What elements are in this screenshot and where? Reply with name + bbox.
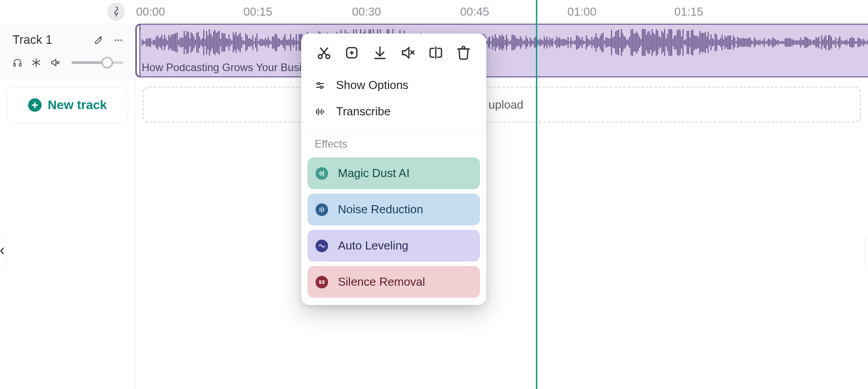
waveform	[142, 28, 868, 57]
svg-rect-382	[662, 31, 662, 54]
svg-rect-383	[663, 33, 664, 52]
svg-rect-123	[299, 34, 299, 51]
clip-title: How Podcasting Grows Your Business	[142, 61, 324, 74]
cleanup-icon[interactable]	[94, 35, 104, 45]
svg-rect-511	[842, 41, 843, 43]
svg-rect-379	[657, 30, 658, 54]
svg-rect-107	[276, 34, 277, 51]
rename-icon[interactable]	[428, 45, 443, 60]
svg-rect-327	[585, 41, 586, 44]
playhead[interactable]	[536, 0, 537, 389]
svg-rect-98	[264, 40, 265, 45]
svg-rect-86	[247, 35, 248, 50]
svg-rect-403	[691, 30, 692, 55]
svg-rect-336	[597, 37, 598, 48]
svg-rect-450	[757, 41, 758, 44]
audio-clip[interactable]: ↓ How Podcasting Grows Your Business •••	[135, 24, 868, 77]
svg-rect-347	[612, 37, 613, 47]
tick-45: 00:45	[460, 5, 489, 19]
effect-magic-dust[interactable]: Magic Dust AI	[308, 157, 480, 189]
svg-point-546	[320, 86, 322, 88]
svg-rect-64	[216, 33, 217, 52]
svg-rect-469	[784, 41, 784, 44]
svg-rect-361	[632, 29, 633, 56]
svg-rect-417	[711, 34, 712, 51]
svg-rect-452	[759, 39, 760, 46]
headphones-icon[interactable]	[13, 58, 22, 68]
add-icon[interactable]	[344, 45, 359, 60]
svg-rect-108	[278, 38, 278, 47]
svg-rect-419	[713, 39, 714, 46]
menu-show-options[interactable]: Show Options	[301, 72, 486, 98]
more-icon[interactable]	[114, 35, 123, 45]
svg-rect-392	[675, 36, 676, 49]
svg-rect-360	[631, 30, 632, 55]
svg-rect-81	[240, 33, 240, 52]
svg-rect-32	[171, 34, 172, 50]
effect-auto-leveling[interactable]: Auto Leveling	[308, 230, 480, 262]
svg-rect-339	[601, 34, 602, 51]
svg-rect-485	[806, 37, 807, 48]
svg-rect-260	[491, 41, 492, 44]
svg-rect-496	[821, 35, 822, 49]
menu-transcribe[interactable]: Transcribe	[301, 98, 486, 125]
svg-rect-33	[173, 34, 173, 51]
svg-rect-426	[723, 39, 724, 46]
svg-rect-478	[796, 40, 797, 45]
svg-rect-524	[860, 39, 861, 46]
svg-rect-427	[725, 36, 725, 49]
svg-rect-47	[192, 34, 193, 51]
svg-rect-70	[224, 34, 225, 51]
svg-rect-302	[549, 38, 550, 48]
svg-rect-494	[818, 37, 819, 48]
svg-rect-400	[687, 31, 687, 54]
volume-slider[interactable]	[72, 61, 123, 64]
clip-left-handle[interactable]	[136, 24, 140, 77]
svg-rect-356	[625, 37, 626, 48]
svg-line-534	[320, 48, 327, 55]
delete-icon[interactable]	[456, 45, 471, 60]
svg-rect-27	[164, 35, 165, 51]
svg-rect-442	[746, 38, 746, 46]
effect-silence-removal[interactable]: Silence Removal	[308, 266, 480, 298]
svg-rect-45	[190, 38, 190, 47]
svg-rect-401	[688, 31, 689, 54]
svg-rect-348	[614, 37, 615, 49]
svg-rect-312	[564, 39, 565, 47]
svg-rect-491	[814, 40, 815, 45]
svg-rect-487	[809, 39, 809, 46]
volume-thumb[interactable]	[101, 57, 113, 68]
mute-clip-icon[interactable]	[400, 45, 415, 60]
svg-rect-355	[624, 36, 624, 49]
svg-rect-61	[212, 37, 213, 49]
timeline-area[interactable]: ↓ How Podcasting Grows Your Business •••…	[135, 23, 868, 389]
svg-rect-346	[611, 30, 612, 55]
svg-rect-447	[753, 41, 754, 44]
new-track-button[interactable]: New track	[7, 87, 128, 123]
svg-rect-508	[838, 38, 839, 47]
svg-rect-372	[648, 31, 649, 53]
svg-rect-118	[291, 40, 292, 45]
svg-rect-39	[181, 38, 182, 48]
svg-rect-410	[701, 34, 702, 52]
svg-rect-12	[143, 41, 144, 45]
svg-rect-310	[560, 39, 561, 46]
svg-rect-420	[715, 33, 716, 51]
download-icon[interactable]	[372, 45, 388, 60]
svg-rect-24	[160, 38, 161, 48]
collapse-left-handle[interactable]	[0, 237, 6, 265]
svg-rect-352	[619, 37, 620, 48]
svg-rect-102	[269, 40, 270, 45]
snap-toggle[interactable]	[107, 3, 125, 21]
effect-noise-reduction[interactable]: Noise Reduction	[308, 194, 480, 225]
track-name[interactable]: Track 1	[13, 33, 52, 47]
freeze-icon[interactable]	[31, 58, 41, 68]
cut-icon[interactable]	[316, 45, 332, 60]
svg-rect-457	[767, 41, 767, 44]
ruler-ticks[interactable]: 00:00 00:15 00:30 00:45 01:00 01:15	[135, 0, 868, 23]
svg-rect-11	[142, 39, 143, 46]
upload-dropzone[interactable]: upload	[143, 87, 861, 123]
svg-rect-25	[161, 35, 162, 50]
svg-rect-263	[495, 34, 496, 51]
mute-icon[interactable]	[50, 58, 60, 68]
